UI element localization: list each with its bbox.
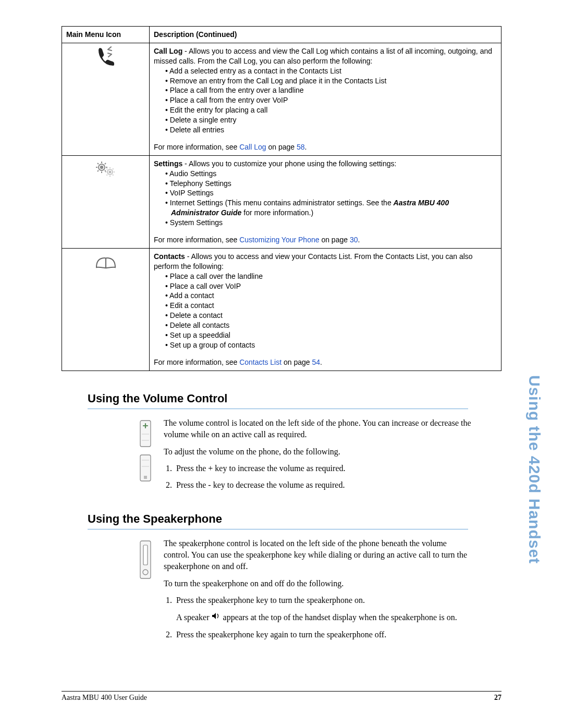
table-header-desc: Description (Continued)	[150, 27, 501, 43]
heading-speaker: Using the Speakerphone	[88, 512, 501, 527]
link-contacts-list[interactable]: Contacts List	[239, 358, 282, 366]
inet-suffix: for more information.)	[241, 208, 313, 217]
link-page-54[interactable]: 54	[312, 358, 321, 366]
vol-step1: Press the + key to increase the volume a…	[174, 463, 471, 474]
heading-volume: Using the Volume Control	[88, 392, 501, 406]
row-intro: - Allows you to customize your phone usi…	[182, 159, 396, 168]
row-title: Settings	[154, 159, 182, 168]
bullet: Delete a single entry	[165, 115, 497, 125]
bullet: Place a call from the entry over VoIP	[165, 95, 497, 105]
bullet: Remove an entry from the Call Log and pl…	[165, 76, 497, 86]
spk-step1-text: Press the speakerphone key to turn the s…	[176, 596, 365, 604]
bullet: Place a call over the landline	[165, 272, 497, 281]
spk-step1b-b: appears at the top of the handset displa…	[223, 613, 457, 622]
bullet: Set up a speeddial	[165, 330, 497, 340]
table-header-icon: Main Menu Icon	[62, 27, 150, 43]
svg-rect-8	[143, 545, 148, 565]
bullet: VoIP Settings	[165, 188, 497, 198]
bullet: Delete all contacts	[165, 320, 497, 330]
link-customizing[interactable]: Customizing Your Phone	[239, 236, 319, 244]
vol-p1: The volume control is located on the lef…	[164, 417, 471, 441]
table-row: Call Log - Allows you to access and view…	[62, 43, 501, 155]
bullet: Telephony Settings	[165, 179, 497, 189]
bullet: Set up a group of contacts	[165, 340, 497, 350]
dot: .	[358, 236, 360, 244]
vol-p2: To adjust the volume on the phone, do th…	[164, 446, 471, 458]
volume-block: The volume control is located on the lef…	[138, 417, 471, 497]
link-prefix: For more information, see	[154, 358, 239, 366]
bullet: Place a call over VoIP	[165, 281, 497, 291]
speakerphone-button-icon	[139, 540, 152, 581]
bullet: Add a selected entry as a contact in the…	[165, 66, 497, 76]
link-suffix: on page	[282, 358, 312, 366]
svg-point-3	[109, 171, 111, 173]
icon-cell	[62, 43, 150, 155]
row-title: Contacts	[154, 252, 185, 261]
bullet: Edit a contact	[165, 301, 497, 311]
footer-guide: Aastra MBU 400 User Guide	[62, 694, 147, 702]
row-title: Call Log	[154, 47, 182, 55]
link-call-log[interactable]: Call Log	[239, 143, 266, 151]
bullet: Delete a contact	[165, 311, 497, 320]
inet-prefix: Internet Settings (This menu contains ad…	[170, 199, 394, 207]
bullet: Edit the entry for placing a call	[165, 105, 497, 115]
link-prefix: For more information, see	[154, 236, 239, 244]
bullet: Place a call from the entry over a landl…	[165, 85, 497, 95]
bullet: Audio Settings	[165, 169, 497, 179]
spk-step1b-a: A speaker	[176, 613, 212, 622]
bullet: System Settings	[165, 218, 497, 228]
contacts-icon	[94, 252, 117, 272]
bullet: Add a contact	[165, 291, 497, 301]
icon-cell	[62, 155, 150, 248]
speaker-indicator-icon	[212, 611, 221, 623]
call-log-icon	[94, 46, 117, 66]
footer: Aastra MBU 400 User Guide 27	[62, 691, 501, 702]
spk-step2: Press the speakerphone key again to turn…	[174, 629, 471, 640]
settings-icon	[94, 159, 117, 179]
volume-button-icon	[139, 419, 152, 482]
link-suffix: on page	[320, 236, 350, 244]
row-intro: - Allows you to access and view your Con…	[154, 252, 473, 270]
vol-step2: Press the - key to decrease the volume a…	[174, 479, 471, 491]
link-prefix: For more information, see	[154, 143, 239, 151]
bullet: Internet Settings (This menu contains ad…	[165, 198, 497, 218]
dot: .	[305, 143, 307, 151]
chapter-tab: Using the 420d Handset	[525, 375, 543, 564]
row-intro: - Allows you to access and view the Call…	[154, 47, 492, 65]
bullet: Delete all entries	[165, 125, 497, 135]
heading-rule	[88, 409, 468, 409]
link-suffix: on page	[266, 143, 297, 151]
heading-rule	[88, 529, 468, 529]
svg-point-1	[100, 166, 102, 168]
icon-cell	[62, 248, 150, 371]
spk-p2: To turn the speakerphone on and off do t…	[164, 578, 471, 589]
spk-step1: Press the speakerphone key to turn the s…	[174, 595, 471, 624]
dot: .	[320, 358, 322, 366]
footer-page: 27	[494, 694, 501, 702]
table-row: Settings - Allows you to customize your …	[62, 155, 501, 248]
spk-p1: The speakerphone control is located on t…	[164, 538, 471, 573]
desc-cell: Contacts - Allows you to access and view…	[150, 248, 501, 371]
desc-cell: Call Log - Allows you to access and view…	[150, 43, 501, 155]
speaker-block: The speakerphone control is located on t…	[138, 538, 471, 646]
link-page-30[interactable]: 30	[350, 236, 358, 244]
table-row: Contacts - Allows you to access and view…	[62, 248, 501, 371]
link-page-58[interactable]: 58	[297, 143, 305, 151]
desc-cell: Settings - Allows you to customize your …	[150, 155, 501, 248]
main-menu-table: Main Menu Icon Description (Continued) C…	[62, 26, 501, 371]
svg-rect-6	[144, 476, 147, 479]
